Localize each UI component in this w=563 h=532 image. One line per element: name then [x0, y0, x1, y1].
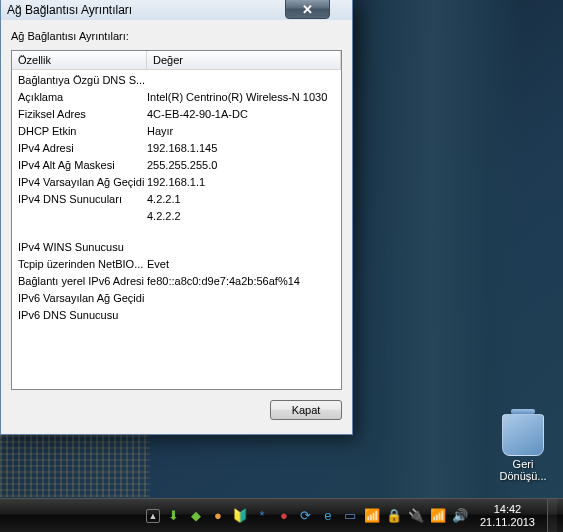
value-cell: 192.168.1.1 — [147, 175, 335, 190]
dialog-content: Ağ Bağlantısı Ayrıntıları: Özellik Değer… — [1, 20, 352, 434]
table-row[interactable]: IPv4 DNS Sunucuları4.2.2.1 — [12, 191, 341, 208]
antivirus-icon[interactable]: 🔰 — [232, 508, 248, 524]
value-cell: Evet — [147, 257, 335, 272]
value-cell: 192.168.1.145 — [147, 141, 335, 156]
property-cell: IPv6 DNS Sunucusu — [18, 308, 147, 323]
property-cell: Fiziksel Adres — [18, 107, 147, 122]
listview-body: Bağlantıya Özgü DNS S...AçıklamaIntel(R)… — [12, 70, 341, 326]
table-row[interactable]: IPv4 WINS Sunucusu — [12, 239, 341, 256]
property-cell: Açıklama — [18, 90, 147, 105]
taskbar-clock[interactable]: 14:42 21.11.2013 — [474, 503, 541, 529]
table-row[interactable]: Bağlantıya Özgü DNS S... — [12, 72, 341, 89]
network-icon[interactable]: 📶 — [430, 508, 446, 524]
table-row[interactable]: Tcpip üzerinden NetBIO...Evet — [12, 256, 341, 273]
column-value[interactable]: Değer — [147, 51, 341, 69]
table-row[interactable]: 4.2.2.2 — [12, 208, 341, 225]
table-row[interactable]: IPv4 Adresi192.168.1.145 — [12, 140, 341, 157]
app-green-icon[interactable]: ◆ — [188, 508, 204, 524]
app-red-icon[interactable]: ● — [276, 508, 292, 524]
dialog-title: Ağ Bağlantısı Ayrıntıları — [7, 3, 132, 17]
value-cell: 4.2.2.2 — [147, 209, 335, 224]
table-row[interactable]: IPv4 Varsayılan Ağ Geçidi192.168.1.1 — [12, 174, 341, 191]
value-cell: 4.2.2.1 — [147, 192, 335, 207]
table-row[interactable]: DHCP EtkinHayır — [12, 123, 341, 140]
details-listview[interactable]: Özellik Değer Bağlantıya Özgü DNS S...Aç… — [11, 50, 342, 390]
download-manager-icon[interactable]: ⬇ — [166, 508, 182, 524]
wifi-icon[interactable]: 📶 — [364, 508, 380, 524]
display-icon[interactable]: ▭ — [342, 508, 358, 524]
value-cell — [147, 308, 335, 323]
volume-icon[interactable]: 🔊 — [452, 508, 468, 524]
recycle-bin-label: Geri Dönüşü... — [493, 458, 553, 482]
bluetooth-icon[interactable]: * — [254, 508, 270, 524]
property-cell: IPv4 DNS Sunucuları — [18, 192, 147, 207]
app-orange-icon[interactable]: ● — [210, 508, 226, 524]
table-row[interactable]: Fiziksel Adres4C-EB-42-90-1A-DC — [12, 106, 341, 123]
close-button[interactable]: Kapat — [270, 400, 342, 420]
power-icon[interactable]: 🔌 — [408, 508, 424, 524]
value-cell — [147, 291, 335, 306]
value-cell: fe80::a8c0:d9e7:4a2b:56af%14 — [147, 274, 335, 289]
browser-e-icon[interactable]: e — [320, 508, 336, 524]
recycle-bin-icon — [502, 414, 544, 456]
clock-time: 14:42 — [480, 503, 535, 516]
value-cell: Hayır — [147, 124, 335, 139]
property-cell: IPv6 Varsayılan Ağ Geçidi — [18, 291, 147, 306]
close-button-x[interactable]: ✕ — [285, 0, 330, 19]
listview-header: Özellik Değer — [12, 51, 341, 70]
property-cell: DHCP Etkin — [18, 124, 147, 139]
table-row[interactable]: IPv6 Varsayılan Ağ Geçidi — [12, 290, 341, 307]
value-cell: 255.255.255.0 — [147, 158, 335, 173]
table-row[interactable]: Bağlantı yerel IPv6 Adresife80::a8c0:d9e… — [12, 273, 341, 290]
dialog-subtitle: Ağ Bağlantısı Ayrıntıları: — [11, 30, 342, 42]
value-cell: Intel(R) Centrino(R) Wireless-N 1030 — [147, 90, 335, 105]
property-cell — [18, 209, 147, 224]
table-row[interactable]: IPv4 Alt Ağ Maskesi255.255.255.0 — [12, 157, 341, 174]
table-row[interactable]: IPv6 DNS Sunucusu — [12, 307, 341, 324]
value-cell — [147, 240, 335, 255]
property-cell: IPv4 Varsayılan Ağ Geçidi — [18, 175, 147, 190]
table-row[interactable]: AçıklamaIntel(R) Centrino(R) Wireless-N … — [12, 89, 341, 106]
lock-icon[interactable]: 🔒 — [386, 508, 402, 524]
network-details-dialog: ✕ Ağ Bağlantısı Ayrıntıları Ağ Bağlantıs… — [0, 0, 353, 435]
show-desktop-button[interactable] — [547, 499, 557, 533]
show-hidden-icons[interactable]: ▲ — [146, 509, 160, 523]
taskbar: ▲ ⬇◆●🔰*●⟳e▭📶🔒🔌📶🔊 14:42 21.11.2013 — [0, 498, 563, 532]
column-property[interactable]: Özellik — [12, 51, 147, 69]
dialog-button-row: Kapat — [11, 400, 342, 420]
property-cell: Bağlantıya Özgü DNS S... — [18, 73, 147, 88]
property-cell: Bağlantı yerel IPv6 Adresi — [18, 274, 147, 289]
property-cell: IPv4 Adresi — [18, 141, 147, 156]
property-cell: Tcpip üzerinden NetBIO... — [18, 257, 147, 272]
recycle-bin-desktop-icon[interactable]: Geri Dönüşü... — [493, 414, 553, 482]
property-cell: IPv4 Alt Ağ Maskesi — [18, 158, 147, 173]
value-cell — [147, 73, 335, 88]
system-tray: ▲ ⬇◆●🔰*●⟳e▭📶🔒🔌📶🔊 14:42 21.11.2013 — [140, 499, 563, 532]
close-icon: ✕ — [302, 2, 313, 17]
value-cell: 4C-EB-42-90-1A-DC — [147, 107, 335, 122]
property-cell: IPv4 WINS Sunucusu — [18, 240, 147, 255]
clock-date: 21.11.2013 — [480, 516, 535, 529]
sync-icon[interactable]: ⟳ — [298, 508, 314, 524]
